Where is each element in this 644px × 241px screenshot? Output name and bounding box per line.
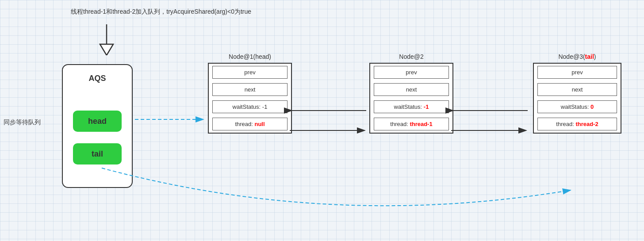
node1-box: prev next waitStatus: -1 thread: null xyxy=(208,63,292,134)
node1-next: next xyxy=(212,83,288,96)
node1-container: Node@1(head) prev next waitStatus: -1 th… xyxy=(206,53,294,134)
node2-next: next xyxy=(374,83,449,96)
node2-label: Node@2 xyxy=(399,53,423,60)
node1-label: Node@1(head) xyxy=(229,53,271,60)
node1-waitstatus: waitStatus: -1 xyxy=(212,100,288,113)
node1-thread: thread: null xyxy=(212,118,288,130)
node2-container: Node@2 prev next waitStatus: -1 thread: … xyxy=(367,53,456,134)
tail-to-node3-arrow xyxy=(102,168,571,206)
node3-next: next xyxy=(537,83,617,96)
aqs-tail-field: tail xyxy=(73,143,122,164)
node2-thread: thread: thread-1 xyxy=(374,118,449,130)
diagram-container: 线程thread-1和thread-2加入队列，tryAcquireShared… xyxy=(0,0,644,241)
node2-box: prev next waitStatus: -1 thread: thread-… xyxy=(369,63,453,134)
sync-queue-label: 同步等待队列 xyxy=(4,119,41,126)
node3-label: Node@3(tail) xyxy=(558,53,596,60)
aqs-title: AQS xyxy=(88,74,106,83)
aqs-box: AQS head tail xyxy=(62,64,133,188)
aqs-head-field: head xyxy=(73,111,122,132)
svg-marker-0 xyxy=(100,24,113,55)
node2-prev: prev xyxy=(374,66,449,79)
node3-waitstatus: waitStatus: 0 xyxy=(537,100,617,113)
node2-waitstatus: waitStatus: -1 xyxy=(374,100,449,113)
node1-prev: prev xyxy=(212,66,288,79)
annotation-text: 线程thread-1和thread-2加入队列，tryAcquireShared… xyxy=(71,8,251,16)
node3-thread: thread: thread-2 xyxy=(537,118,617,130)
node3-prev: prev xyxy=(537,66,617,79)
node3-box: prev next waitStatus: 0 thread: thread-2 xyxy=(533,63,621,134)
node3-container: Node@3(tail) prev next waitStatus: 0 thr… xyxy=(529,53,626,134)
